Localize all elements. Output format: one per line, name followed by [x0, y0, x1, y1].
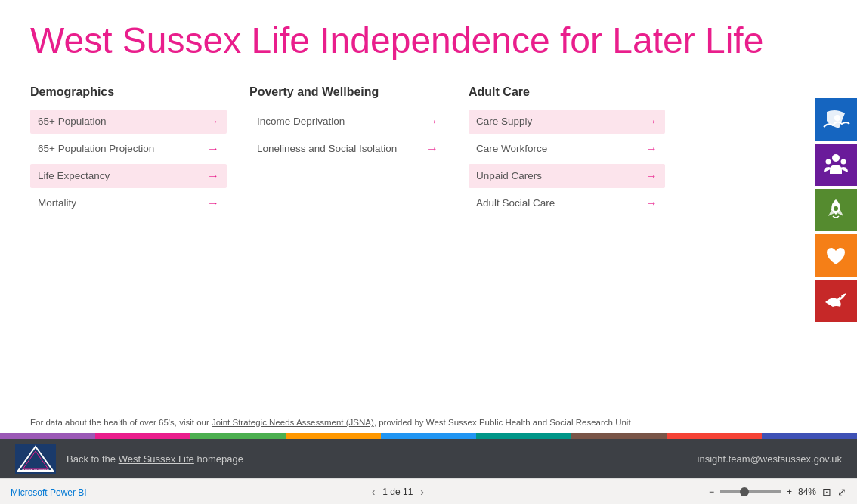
nav-item-label: Care Workforce	[476, 143, 547, 154]
color-bar-segment-5	[381, 433, 476, 439]
family-icon-button[interactable]	[815, 144, 857, 186]
footer-info-suffix: , provided by West Sussex Public Health …	[374, 418, 631, 427]
svg-point-4	[834, 206, 838, 211]
side-icons-panel	[815, 98, 857, 322]
color-bar-segment-8	[667, 433, 762, 439]
bird-icon	[821, 286, 851, 316]
color-bar-segment-9	[762, 433, 857, 439]
arrow-icon: →	[207, 142, 219, 156]
footer-email: insight.team@westsussex.gov.uk	[698, 453, 842, 465]
prev-page-button[interactable]: ‹	[372, 486, 376, 498]
next-page-button[interactable]: ›	[420, 486, 424, 498]
nav-item-label: Adult Social Care	[476, 197, 555, 209]
demographics-heading: Demographics	[30, 85, 227, 99]
fit-screen-icon[interactable]: ⊡	[822, 486, 831, 498]
nav-col-demographics: Demographics 65+ Population → 65+ Popula…	[30, 85, 227, 218]
title-prefix: West Sussex Life	[30, 20, 320, 60]
nav-item-income-deprivation[interactable]: Income Deprivation →	[249, 110, 446, 134]
arrow-icon: →	[207, 196, 219, 210]
rocket-icon-button[interactable]	[815, 189, 857, 231]
color-bar-segment-6	[476, 433, 571, 439]
bird-icon-button[interactable]	[815, 280, 857, 322]
svg-point-0	[834, 115, 840, 121]
rocket-icon	[821, 195, 851, 225]
main-content: West Sussex Life Independence for Later …	[0, 0, 857, 412]
title-highlight: Independence for Later Life	[320, 20, 763, 60]
svg-point-2	[826, 159, 831, 165]
color-bar-segment-2	[95, 433, 190, 439]
arrow-icon: →	[207, 169, 219, 183]
svg-point-1	[832, 154, 840, 162]
page-title: West Sussex Life Independence for Later …	[30, 21, 827, 61]
footer-info: For data about the health of over 65's, …	[0, 412, 857, 433]
nav-item-label: Mortality	[38, 197, 76, 209]
nav-item-label: 65+ Population	[38, 116, 106, 127]
footer-back-text: Back to the West Sussex Life homepage	[67, 452, 243, 465]
nav-item-loneliness[interactable]: Loneliness and Social Isolation →	[249, 137, 446, 161]
page-info: 1 de 11	[382, 487, 413, 497]
zoom-in-button[interactable]: +	[787, 487, 792, 497]
fullscreen-icon[interactable]: ⤢	[837, 486, 846, 498]
color-bar	[0, 433, 857, 439]
nav-item-65plus-population[interactable]: 65+ Population →	[30, 110, 227, 134]
arrow-icon: →	[645, 115, 657, 128]
footer-left: WEST SUSSEX Back to the West Sussex Life…	[15, 444, 243, 474]
map-icon	[821, 104, 851, 135]
nav-item-unpaid-carers[interactable]: Unpaid Carers →	[469, 164, 665, 188]
svg-point-5	[840, 295, 842, 298]
site-footer: WEST SUSSEX Back to the West Sussex Life…	[0, 439, 857, 478]
map-icon-button[interactable]	[815, 98, 857, 141]
nav-item-label: Care Supply	[476, 116, 532, 127]
color-bar-segment-1	[0, 433, 95, 439]
poverty-heading: Poverty and Wellbeing	[249, 85, 446, 99]
footer-info-prefix: For data about the health of over 65's, …	[30, 418, 212, 427]
wsl-link[interactable]: West Sussex Life	[119, 453, 194, 465]
heart-icon-button[interactable]	[815, 234, 857, 277]
zoom-out-button[interactable]: −	[709, 487, 714, 497]
nav-item-mortality[interactable]: Mortality →	[30, 191, 227, 215]
page-navigation: ‹ 1 de 11 ›	[372, 486, 424, 498]
powerbi-link-area[interactable]: Microsoft Power BI	[11, 485, 87, 499]
nav-item-label: Unpaid Carers	[476, 170, 542, 181]
arrow-icon: →	[645, 142, 657, 156]
nav-col-poverty: Poverty and Wellbeing Income Deprivation…	[249, 85, 446, 218]
zoom-slider[interactable]	[720, 490, 781, 493]
arrow-icon: →	[645, 196, 657, 210]
arrow-icon: →	[645, 169, 657, 183]
bottom-bar: Microsoft Power BI ‹ 1 de 11 › − + 84% ⊡…	[0, 478, 857, 504]
zoom-controls: − + 84% ⊡ ⤢	[709, 486, 846, 498]
nav-item-label: Loneliness and Social Isolation	[257, 143, 397, 154]
family-icon	[821, 150, 851, 180]
arrow-icon: →	[426, 115, 438, 128]
footer-back-prefix: Back to the	[67, 453, 119, 465]
nav-item-label: 65+ Population Projection	[38, 143, 154, 154]
nav-item-care-workforce[interactable]: Care Workforce →	[469, 137, 665, 161]
arrow-icon: →	[207, 115, 219, 128]
wsc-logo: WEST SUSSEX	[15, 444, 56, 474]
color-bar-segment-3	[190, 433, 286, 439]
jsna-link[interactable]: Joint Strategic Needs Assessment (JSNA)	[212, 418, 374, 427]
nav-col-adult-care: Adult Care Care Supply → Care Workforce …	[469, 85, 665, 218]
title-bar: West Sussex Life Independence for Later …	[30, 21, 827, 61]
zoom-level: 84%	[798, 487, 816, 497]
nav-item-adult-social-care[interactable]: Adult Social Care →	[469, 191, 665, 215]
nav-grid: Demographics 65+ Population → 65+ Popula…	[30, 85, 827, 218]
svg-point-3	[841, 159, 846, 165]
adult-care-heading: Adult Care	[469, 85, 665, 99]
color-bar-segment-7	[571, 433, 667, 439]
color-bar-segment-4	[286, 433, 381, 439]
svg-text:WEST SUSSEX: WEST SUSSEX	[22, 468, 50, 473]
nav-item-care-supply[interactable]: Care Supply →	[469, 110, 665, 134]
footer-homepage-text: homepage	[194, 453, 243, 465]
nav-item-label: Income Deprivation	[257, 116, 345, 127]
heart-icon	[821, 240, 851, 271]
powerbi-link[interactable]: Microsoft Power BI	[11, 487, 87, 498]
nav-item-life-expectancy[interactable]: Life Expectancy →	[30, 164, 227, 188]
arrow-icon: →	[426, 142, 438, 156]
nav-item-label: Life Expectancy	[38, 170, 110, 181]
nav-item-65plus-population-projection[interactable]: 65+ Population Projection →	[30, 137, 227, 161]
